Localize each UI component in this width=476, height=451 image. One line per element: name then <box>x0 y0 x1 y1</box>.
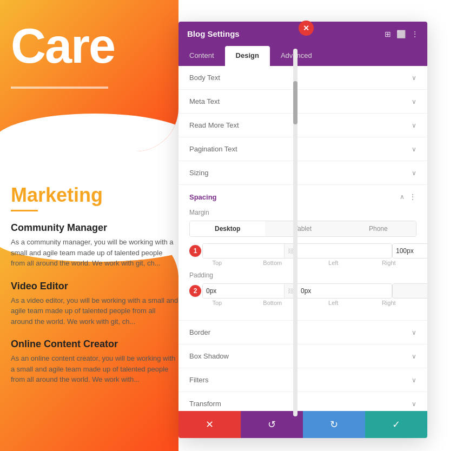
device-tab-phone[interactable]: Phone <box>341 221 416 236</box>
marketing-title: Marketing <box>11 184 178 207</box>
more-icon-spacing[interactable]: ⋮ <box>409 193 416 201</box>
undo-icon: ↺ <box>268 419 276 430</box>
accordion-filters[interactable]: Filters ∨ <box>178 368 427 392</box>
accordion-meta-text-label: Meta Text <box>189 97 220 105</box>
accordion-meta-text[interactable]: Meta Text ∨ <box>178 90 427 114</box>
grid-icon[interactable]: ⊞ <box>385 30 391 38</box>
margin-top-label: Top <box>189 260 245 266</box>
accordion-filters-label: Filters <box>189 376 208 384</box>
accordion-sizing-label: Sizing <box>189 169 208 177</box>
padding-bottom-input[interactable] <box>298 284 392 298</box>
device-tabs: Desktop Tablet Phone <box>189 221 416 237</box>
spacing-header-right: ∧ ⋮ <box>400 193 416 201</box>
chevron-down-icon-border: ∨ <box>412 329 416 336</box>
device-tab-desktop[interactable]: Desktop <box>190 221 265 236</box>
accordion-border-label: Border <box>189 328 210 336</box>
job-title-3: Online Content Creator <box>11 339 178 350</box>
delete-icon: ✕ <box>206 419 214 430</box>
tab-design[interactable]: Design <box>225 46 270 66</box>
chevron-down-icon-transform: ∨ <box>412 400 416 408</box>
marketing-line <box>11 210 38 211</box>
delete-button[interactable]: ✕ <box>178 411 241 438</box>
padding-left-label: Left <box>306 300 361 306</box>
padding-bottom-label: Bottom <box>245 300 301 306</box>
spacing-content: Margin Desktop Tablet Phone 1 ⛓ <box>178 209 427 320</box>
padding-field-labels: Top Bottom Left Right <box>189 300 416 306</box>
margin-left-input-group: ⛓ <box>392 243 427 258</box>
panel-body: Body Text ∨ Meta Text ∨ Read More Text ∨… <box>178 66 427 411</box>
hero-underline <box>11 87 108 89</box>
margin-bottom-input-group <box>298 243 392 258</box>
padding-left-right-input-group: ⛓ <box>392 283 427 299</box>
chevron-down-icon-meta: ∨ <box>412 98 416 105</box>
more-icon[interactable]: ⋮ <box>411 30 419 38</box>
margin-bottom-label: Bottom <box>245 260 301 266</box>
margin-field-labels: Top Bottom Left Right <box>189 260 416 266</box>
panel-tabs: Content Design Advanced <box>178 46 427 66</box>
job-desc-1: As a community manager, you will be work… <box>11 237 178 269</box>
chevron-down-icon-filters: ∨ <box>412 376 416 384</box>
accordion-box-shadow-label: Box Shadow <box>189 352 229 360</box>
scrollbar-thumb[interactable] <box>293 81 298 124</box>
accordion-body-text[interactable]: Body Text ∨ <box>178 66 427 90</box>
chevron-down-icon-readmore: ∨ <box>412 122 416 129</box>
spacing-label: Spacing <box>189 193 217 201</box>
job-item-3: Online Content Creator As an online cont… <box>11 339 178 385</box>
padding-top-input-group: ⛓ <box>202 283 298 299</box>
chevron-down-icon-body: ∨ <box>412 74 416 82</box>
accordion-border[interactable]: Border ∨ <box>178 321 427 344</box>
redo-button[interactable]: ↻ <box>303 411 365 438</box>
accordion-read-more[interactable]: Read More Text ∨ <box>178 114 427 137</box>
spacing-section: Spacing ∧ ⋮ Margin Desktop Tablet Phone … <box>178 185 427 321</box>
device-tab-tablet[interactable]: Tablet <box>265 221 340 236</box>
margin-bottom-input[interactable] <box>298 244 392 258</box>
padding-top-bottom-row: 2 ⛓ ⛓ <box>189 283 416 299</box>
settings-panel: Blog Settings ⊞ ⬜ ⋮ Content Design Advan… <box>178 22 427 438</box>
expand-icon[interactable]: ⬜ <box>396 30 406 38</box>
scrollbar-track <box>293 49 298 416</box>
padding-top-label: Top <box>189 300 245 306</box>
hero-wave <box>0 114 178 151</box>
padding-top-input[interactable] <box>203 284 284 298</box>
margin-left-input[interactable] <box>393 244 427 258</box>
margin-top-input-group: ⛓ <box>202 243 298 258</box>
padding-right-label: Right <box>361 300 417 306</box>
chevron-down-icon-shadow: ∨ <box>412 353 416 360</box>
badge-2: 2 <box>189 285 201 297</box>
hero-title: Care <box>11 22 115 70</box>
panel-title: Blog Settings <box>187 29 240 38</box>
job-desc-3: As an online content creator, you will b… <box>11 353 178 385</box>
margin-top-bottom-row: 1 ⛓ ⛓ <box>189 243 416 258</box>
margin-label: Margin <box>189 209 416 216</box>
padding-label: Padding <box>189 271 416 279</box>
spacing-header[interactable]: Spacing ∧ ⋮ <box>178 185 427 209</box>
job-title-2: Video Editor <box>11 281 178 292</box>
padding-left-input[interactable] <box>393 284 427 298</box>
accordion-pagination[interactable]: Pagination Text ∨ <box>178 137 427 161</box>
margin-right-label: Right <box>361 260 417 266</box>
job-item-1: Community Manager As a community manager… <box>11 222 178 269</box>
margin-top-input[interactable] <box>203 244 284 258</box>
chevron-down-icon-sizing: ∨ <box>412 169 416 177</box>
save-button[interactable]: ✓ <box>365 411 427 438</box>
marketing-section: Marketing Community Manager As a communi… <box>11 184 178 397</box>
panel-header-icons: ⊞ ⬜ ⋮ <box>385 30 419 38</box>
accordion-box-shadow[interactable]: Box Shadow ∨ <box>178 344 427 368</box>
chevron-up-icon-spacing: ∧ <box>400 193 405 201</box>
redo-icon: ↻ <box>330 419 338 430</box>
badge-1: 1 <box>189 245 201 257</box>
margin-left-label: Left <box>306 260 361 266</box>
job-title-1: Community Manager <box>11 222 178 234</box>
chevron-down-icon-pagination: ∨ <box>412 145 416 153</box>
accordion-body-text-label: Body Text <box>189 74 220 82</box>
accordion-pagination-label: Pagination Text <box>189 145 237 153</box>
padding-bottom-input-group <box>298 283 392 299</box>
accordion-transform-label: Transform <box>189 400 221 408</box>
close-panel-button[interactable]: ✕ <box>299 21 314 36</box>
job-item-2: Video Editor As a video editor, you will… <box>11 281 178 327</box>
bottom-toolbar: ✕ ↺ ↻ ✓ <box>178 411 427 438</box>
accordion-sizing[interactable]: Sizing ∨ <box>178 161 427 185</box>
accordion-transform[interactable]: Transform ∨ <box>178 392 427 411</box>
tab-content[interactable]: Content <box>178 46 225 66</box>
save-icon: ✓ <box>392 419 400 430</box>
